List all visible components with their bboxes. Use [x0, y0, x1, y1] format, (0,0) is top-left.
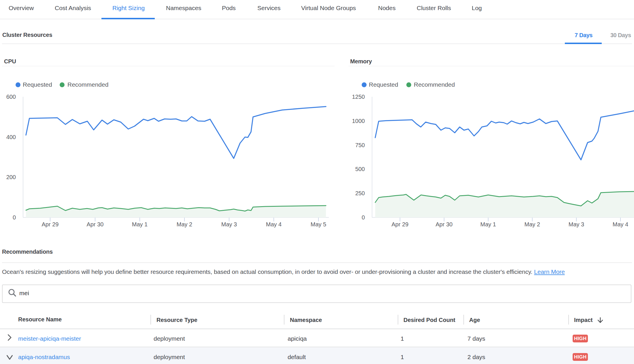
- svg-text:0: 0: [13, 214, 16, 221]
- svg-text:Apr 30: Apr 30: [87, 221, 104, 227]
- svg-text:1250: 1250: [352, 94, 365, 100]
- svg-text:May 3: May 3: [569, 221, 584, 227]
- svg-text:400: 400: [6, 134, 16, 140]
- svg-text:600: 600: [6, 94, 16, 100]
- svg-text:500: 500: [355, 166, 365, 172]
- svg-text:Apr 30: Apr 30: [436, 221, 453, 227]
- svg-text:Apr 29: Apr 29: [392, 221, 409, 227]
- svg-text:May 5: May 5: [311, 221, 326, 227]
- svg-text:200: 200: [6, 174, 16, 180]
- svg-text:May 3: May 3: [221, 221, 237, 227]
- svg-text:250: 250: [355, 190, 365, 196]
- svg-text:May 1: May 1: [132, 221, 148, 227]
- svg-text:May 2: May 2: [524, 221, 540, 227]
- svg-text:Apr 29: Apr 29: [42, 221, 59, 227]
- svg-text:May 1: May 1: [480, 221, 496, 227]
- svg-text:0: 0: [362, 214, 365, 221]
- svg-text:May 4: May 4: [613, 221, 628, 227]
- svg-text:May 2: May 2: [177, 221, 192, 227]
- svg-text:750: 750: [355, 142, 365, 148]
- svg-text:1000: 1000: [352, 118, 365, 124]
- svg-text:May 4: May 4: [266, 221, 282, 227]
